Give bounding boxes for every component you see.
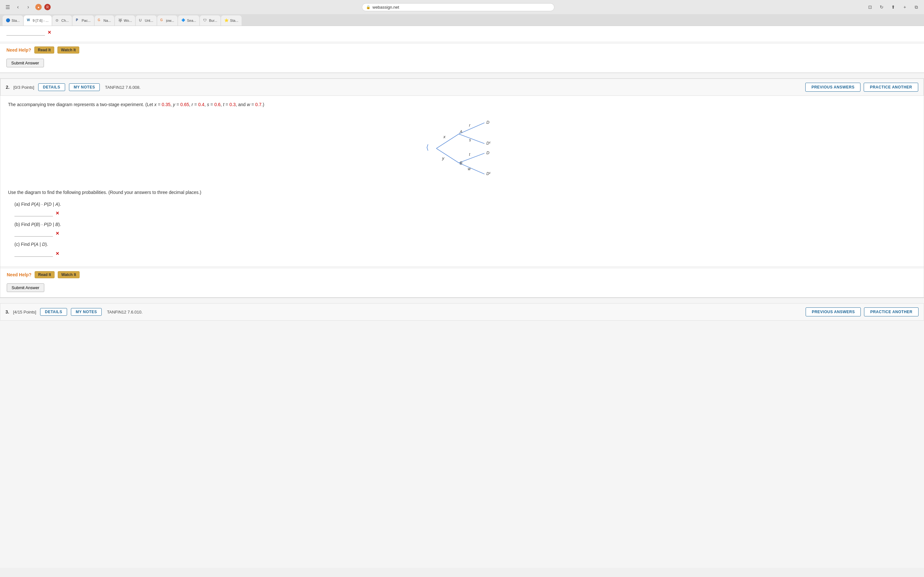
tab-title-wo: Wo... [124, 19, 132, 23]
q2-submit-button[interactable]: Submit Answer [7, 284, 44, 292]
question-3-container: 3. [4/15 Points] DETAILS MY NOTES TANFIN… [0, 303, 924, 321]
q2-previous-answers-button[interactable]: PREVIOUS ANSWERS [805, 83, 861, 92]
tab-favicon-star: ⭐ [224, 18, 229, 23]
app-icon: R [44, 4, 51, 10]
svg-text:r: r [469, 123, 471, 127]
q2-sub-c-error-icon: ✕ [55, 250, 59, 257]
q2-sub-a: (a) Find P(A) · P(D | A). ✕ [8, 201, 916, 217]
tab-title-unt: Unt... [145, 19, 153, 23]
q3-practice-another-button[interactable]: PRACTICE ANOTHER [864, 308, 919, 316]
q2-sub-a-input[interactable] [15, 210, 53, 216]
q2-sub-c-label: (c) Find P(A | D). [15, 241, 916, 248]
tabs-bar: 🔵 Sta... W 9 [7.6] - ... ⊙ Ch... P Pac..… [0, 14, 924, 26]
svg-text:t: t [469, 152, 470, 157]
browser-chrome: ☰ ‹ › ● R 🔒 webassign.net ⊡ ↻ ⬆ + ⧉ 🔵 St… [0, 0, 924, 26]
q2-code: TANFIN12 7.6.008. [105, 85, 141, 90]
question-2-header: 2. [0/3 Points] DETAILS MY NOTES TANFIN1… [0, 79, 924, 96]
q2-need-help-row: Need Help? Read It Watch It [0, 269, 924, 281]
tab-bur[interactable]: 🛡 Bur... [200, 15, 220, 26]
top-watch-it-button[interactable]: Watch It [57, 47, 79, 53]
browser-toolbar: ☰ ‹ › ● R 🔒 webassign.net ⊡ ↻ ⬆ + ⧉ [0, 0, 924, 14]
question-3-header: 3. [4/15 Points] DETAILS MY NOTES TANFIN… [0, 303, 924, 321]
share-button[interactable]: ⬆ [889, 3, 898, 11]
tab-jow[interactable]: G jow... [157, 15, 178, 26]
tab-star[interactable]: ⭐ Sta... [221, 15, 242, 26]
q2-sub-b-error-icon: ✕ [55, 230, 59, 237]
svg-line-0 [436, 134, 459, 148]
tab-pac[interactable]: P Pac... [73, 15, 94, 26]
q2-sub-c-input-row: ✕ [15, 250, 916, 257]
svg-text:x: x [443, 134, 446, 139]
address-bar[interactable]: 🔒 webassign.net [362, 3, 554, 11]
svg-text:s: s [469, 138, 471, 142]
svg-line-4 [459, 153, 485, 163]
tab-sta[interactable]: 🔵 Sta... [3, 15, 23, 26]
screen-share-button[interactable]: ⊡ [866, 3, 875, 11]
top-answer-input[interactable] [6, 29, 45, 35]
new-tab-button[interactable]: + [900, 3, 909, 11]
back-button[interactable]: ‹ [13, 3, 23, 11]
q2-sub-b-label: (b) Find P(B) · P(D | B). [15, 221, 916, 228]
q2-right-buttons: PREVIOUS ANSWERS PRACTICE ANOTHER [805, 83, 918, 92]
q2-sub-b-input[interactable] [15, 230, 53, 237]
tab-wo[interactable]: 🐺 Wo... [115, 15, 135, 26]
tab-title-sta: Sta... [11, 19, 20, 23]
sidebar-toggle-button[interactable]: ☰ [3, 3, 12, 11]
browser-icon: ● [35, 4, 42, 10]
tab-favicon-sta: 🔵 [6, 18, 10, 23]
q2-sub-b-input-row: ✕ [15, 230, 916, 237]
browser-actions: ⊡ ↻ ⬆ + ⧉ [866, 3, 921, 11]
q2-need-help-label: Need Help? [7, 272, 31, 277]
svg-line-2 [459, 123, 485, 134]
q2-points: [0/3 Points] [13, 85, 34, 90]
tab-favicon-sea: 🔷 [181, 18, 186, 23]
q2-sub-c: (c) Find P(A | D). ✕ [8, 241, 916, 257]
svg-text:D: D [486, 150, 489, 155]
tab-ch[interactable]: ⊙ Ch... [52, 15, 72, 26]
q3-right-buttons: PREVIOUS ANSWERS PRACTICE ANOTHER [806, 308, 919, 316]
svg-text:D: D [486, 120, 489, 125]
tab-title-na: Na... [103, 19, 111, 23]
tab-na[interactable]: G Na... [95, 15, 114, 26]
q2-my-notes-button[interactable]: MY NOTES [69, 83, 100, 91]
tab-title-bur: Bur... [209, 19, 217, 23]
q2-number: 2. [6, 85, 10, 90]
q2-details-button[interactable]: DETAILS [38, 83, 65, 91]
q2-sub-c-input[interactable] [15, 250, 53, 257]
question-2-body: The accompanying tree diagram represents… [0, 96, 924, 266]
q2-sub-a-error-icon: ✕ [55, 210, 59, 217]
svg-text:y: y [442, 156, 445, 161]
q3-my-notes-button[interactable]: MY NOTES [71, 308, 102, 316]
q3-details-button[interactable]: DETAILS [40, 308, 67, 316]
svg-line-3 [459, 134, 485, 143]
tab-favicon-na: G [98, 18, 102, 23]
q2-instruction: Use the diagram to find the following pr… [8, 189, 916, 196]
top-need-help-label: Need Help? [6, 47, 31, 53]
tree-diagram: x y A B r s t w D [8, 113, 916, 184]
svg-text:⟨: ⟨ [426, 143, 429, 151]
tabs-overview-button[interactable]: ⧉ [912, 3, 921, 11]
q2-watch-it-button[interactable]: Watch It [58, 271, 79, 278]
svg-text:A: A [459, 129, 462, 134]
top-submit-row: Submit Answer [0, 56, 924, 73]
q3-number: 3. [5, 309, 9, 314]
q2-sub-a-input-row: ✕ [15, 210, 916, 217]
forward-button[interactable]: › [24, 3, 33, 11]
top-answer-row: ✕ [6, 29, 918, 35]
top-submit-button[interactable]: Submit Answer [6, 59, 44, 67]
tab-title-star: Sta... [230, 19, 238, 23]
tab-title-sea: Sea... [187, 19, 196, 23]
tab-webassign[interactable]: W 9 [7.6] - ... [24, 15, 52, 26]
page-wrapper: ✕ Need Help? Read It Watch It Submit Ans… [0, 26, 924, 568]
svg-text:w: w [468, 167, 471, 171]
q3-previous-answers-button[interactable]: PREVIOUS ANSWERS [806, 308, 861, 316]
q3-points: [4/15 Points] [13, 309, 36, 314]
tab-unt[interactable]: U Unt... [136, 15, 156, 26]
top-read-it-button[interactable]: Read It [34, 47, 54, 53]
tab-sea[interactable]: 🔷 Sea... [178, 15, 200, 26]
q2-read-it-button[interactable]: Read It [35, 271, 55, 278]
refresh-button[interactable]: ↻ [877, 3, 886, 11]
tab-title-ch: Ch... [61, 19, 69, 23]
tree-diagram-svg: x y A B r s t w D [417, 113, 507, 184]
q2-practice-another-button[interactable]: PRACTICE ANOTHER [864, 83, 918, 92]
